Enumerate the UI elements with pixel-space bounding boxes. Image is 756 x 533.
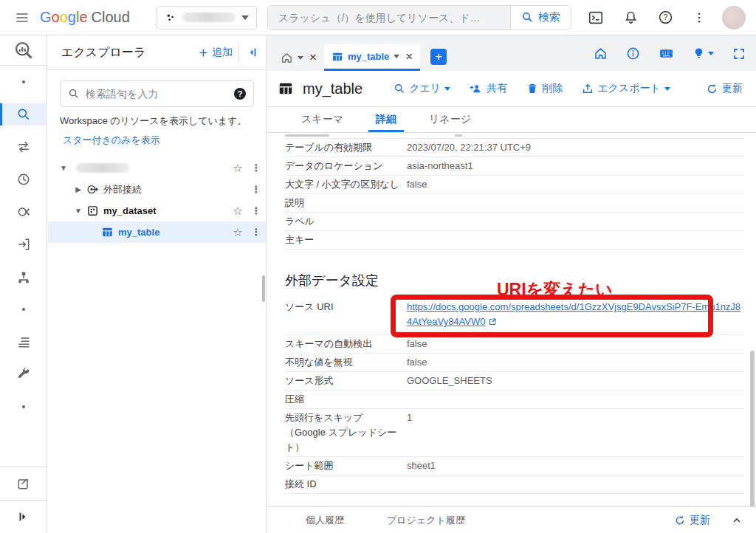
star-icon[interactable]: ☆: [229, 204, 247, 218]
tab-home[interactable]: ×: [273, 44, 324, 71]
expand-panel-icon: [17, 510, 30, 523]
rail-expand-button[interactable]: [0, 506, 47, 528]
chevron-down-icon[interactable]: [708, 52, 714, 55]
starred-only-link[interactable]: スター付きのみを表示: [48, 129, 266, 148]
add-button[interactable]: 追加: [198, 46, 233, 59]
rail-item-release-notes[interactable]: [0, 472, 47, 495]
search-icon: [68, 88, 80, 100]
history-refresh-button[interactable]: 更新: [674, 514, 710, 527]
more-vert-icon[interactable]: ⋮: [247, 227, 266, 238]
chevron-down-icon: [664, 87, 670, 91]
cloud-shell-icon[interactable]: [588, 10, 604, 26]
refresh-button[interactable]: 更新: [706, 82, 743, 95]
rail-item-governance[interactable]: [0, 266, 47, 288]
close-tab-icon[interactable]: ×: [309, 50, 317, 65]
export-button[interactable]: エクスポート: [582, 82, 670, 95]
query-button[interactable]: クエリ: [394, 82, 450, 95]
transfers-icon: [16, 140, 31, 154]
tree-row-dataset[interactable]: ▼ my_dataset ☆ ⋮: [48, 200, 266, 221]
tab-label: my_table: [348, 51, 389, 62]
tree-item-label: my_table: [118, 227, 229, 238]
list-icon: [16, 334, 31, 349]
rail-item-monitoring[interactable]: [0, 331, 47, 353]
search-help-icon[interactable]: ?: [234, 88, 246, 100]
source-uri-link[interactable]: https://docs.google.com/spreadsheets/d/1…: [407, 301, 740, 327]
tree-row-project[interactable]: ▼ ☆ ⋮: [48, 157, 266, 179]
caret-down-icon[interactable]: ▼: [72, 207, 85, 215]
detail-row: 説明: [285, 194, 744, 213]
global-search: 検索: [267, 5, 571, 30]
star-icon[interactable]: ☆: [229, 162, 247, 175]
logo-letter: o: [52, 9, 60, 25]
home-icon: [281, 52, 293, 64]
rail-item-admin[interactable]: [0, 363, 47, 385]
tab-my-table[interactable]: my_table ×: [324, 44, 420, 71]
table-detail-panel: my_table クエリ 共有 削除 エクスポート 更新: [267, 71, 756, 533]
detail-label: ラベル: [285, 214, 407, 229]
compose-doc-icon: [16, 476, 31, 491]
clipped-row: [285, 134, 744, 139]
avatar[interactable]: [722, 6, 746, 30]
rail-item-search[interactable]: [0, 103, 47, 125]
logo-letter: G: [40, 9, 52, 25]
page-title: my_table: [303, 80, 362, 97]
tab-schema[interactable]: スキーマ: [285, 107, 360, 132]
rail-item-transfers[interactable]: [0, 136, 47, 158]
tree-row-external-connections[interactable]: ▶ 外部接続 ⋮: [48, 179, 266, 200]
keyboard-icon[interactable]: [659, 46, 674, 61]
lightbulb-icon[interactable]: [693, 47, 714, 60]
detail-value: 1: [407, 410, 744, 455]
caret-down-icon[interactable]: ▼: [57, 164, 70, 172]
menu-icon[interactable]: [15, 10, 30, 25]
info-icon[interactable]: [626, 47, 640, 61]
rail-item-migration[interactable]: [0, 233, 47, 255]
chevron-down-icon[interactable]: [298, 56, 303, 60]
help-icon[interactable]: ?: [658, 10, 673, 25]
search-button[interactable]: 検索: [510, 6, 571, 30]
rail-item-dot-3[interactable]: [0, 396, 47, 418]
main-scrollbar[interactable]: [750, 351, 755, 506]
close-tab-icon[interactable]: ×: [405, 49, 413, 64]
rail-item-capacity[interactable]: [0, 201, 47, 223]
rail-item-scheduled-queries[interactable]: [0, 168, 47, 190]
explorer-scrollbar[interactable]: [262, 275, 265, 302]
dot-icon: [22, 308, 25, 311]
table-icon: [331, 51, 343, 63]
tree-row-table[interactable]: my_table ☆ ⋮: [48, 221, 266, 243]
more-vert-icon[interactable]: [693, 11, 706, 24]
home-icon[interactable]: [594, 47, 608, 61]
new-tab-button[interactable]: +: [430, 49, 447, 65]
notifications-bell-icon[interactable]: [623, 10, 639, 25]
collapse-panel-button[interactable]: [245, 46, 258, 59]
more-vert-icon[interactable]: ⋮: [247, 184, 266, 195]
cloud-logo-text: Cloud: [92, 9, 130, 26]
bigquery-logo-icon: [0, 35, 47, 65]
clipped-text: [455, 134, 462, 137]
open-in-new-icon[interactable]: [488, 317, 497, 326]
detail-label: 圧縮: [285, 392, 407, 407]
project-selector[interactable]: [157, 6, 257, 30]
logo-letter: g: [68, 9, 76, 25]
tab-lineage[interactable]: リネージ: [413, 107, 487, 132]
global-search-input[interactable]: [268, 6, 510, 30]
project-history-tab[interactable]: プロジェクト履歴: [387, 514, 465, 527]
more-vert-icon[interactable]: ⋮: [247, 205, 266, 216]
collapse-chevron-icon[interactable]: [731, 515, 743, 526]
star-icon[interactable]: ☆: [229, 226, 247, 239]
explorer-search-input[interactable]: [86, 88, 228, 100]
rail-item-dot-1[interactable]: [0, 71, 47, 93]
caret-right-icon[interactable]: ▶: [72, 185, 85, 193]
detail-row: 不明な値を無視false: [285, 354, 744, 372]
table-icon: [101, 226, 114, 238]
fullscreen-icon[interactable]: [732, 47, 746, 61]
workspace-tabstrip: × my_table × +: [267, 35, 756, 71]
rail-item-dot-2[interactable]: [0, 298, 47, 320]
personal-history-tab[interactable]: 個人履歴: [306, 514, 344, 527]
strip-icons: [594, 46, 746, 61]
delete-button[interactable]: 削除: [526, 82, 563, 95]
tab-details[interactable]: 詳細: [360, 107, 413, 132]
more-vert-icon[interactable]: ⋮: [247, 162, 266, 173]
share-button[interactable]: 共有: [470, 82, 507, 95]
chevron-down-icon[interactable]: [394, 55, 399, 58]
detail-label: 説明: [285, 196, 407, 210]
